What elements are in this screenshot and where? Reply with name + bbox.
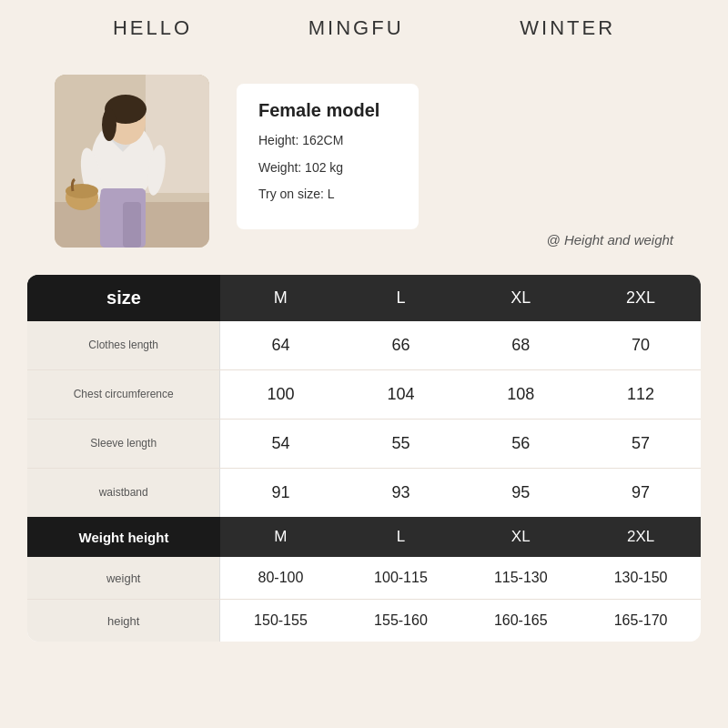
header: HELLO MINGFU WINTER: [0, 0, 728, 56]
size-row-value: 97: [581, 469, 701, 518]
model-section: Female model Height: 162CM Weight: 102 k…: [0, 56, 728, 266]
wh-header-m: M: [220, 517, 341, 557]
wh-row-label: height: [27, 600, 220, 642]
size-row: Chest circumference100104108112: [27, 370, 701, 420]
model-height: Height: 162CM: [258, 132, 397, 150]
wh-row-value: 165-170: [581, 600, 701, 642]
model-title: Female model: [258, 100, 397, 121]
size-table-header: size M L XL 2XL: [27, 275, 701, 321]
header-word-hello: HELLO: [113, 16, 192, 40]
size-table: size M L XL 2XL Clothes length64666870Ch…: [27, 275, 701, 642]
size-row: Clothes length64666870: [27, 321, 701, 370]
size-label-cell: size: [27, 275, 220, 321]
size-row: waistband91939597: [27, 469, 701, 518]
model-info-box: Female model Height: 162CM Weight: 102 k…: [237, 84, 419, 229]
size-row: Sleeve length54555657: [27, 420, 701, 469]
wh-row-value: 100-115: [341, 557, 461, 600]
size-row-value: 112: [581, 370, 701, 420]
size-row-value: 68: [460, 321, 581, 370]
wh-row-value: 160-165: [460, 600, 581, 642]
weight-height-label-cell: Weight height: [27, 517, 220, 557]
size-row-value: 57: [581, 420, 701, 469]
size-row-value: 70: [581, 321, 701, 370]
wh-row-value: 150-155: [220, 600, 341, 642]
weight-height-header: Weight height M L XL 2XL: [27, 517, 701, 557]
size-header-m: M: [220, 275, 341, 321]
header-word-mingfu: MINGFU: [308, 16, 404, 40]
wh-row-value: 115-130: [460, 557, 581, 600]
wh-row: height150-155155-160160-165165-170: [27, 600, 701, 642]
model-photo: [55, 75, 209, 248]
size-row-value: 93: [341, 469, 461, 518]
size-row-label: Chest circumference: [27, 370, 220, 420]
wh-row-value: 80-100: [220, 557, 341, 600]
size-row-value: 95: [460, 469, 581, 518]
wh-header-2xl: 2XL: [581, 517, 701, 557]
size-row-value: 56: [460, 420, 581, 469]
wh-header-xl: XL: [460, 517, 581, 557]
svg-point-14: [66, 184, 98, 198]
height-weight-tag: @ Height and weight: [547, 232, 673, 248]
size-row-value: 54: [220, 420, 341, 469]
model-weight: Weight: 102 kg: [258, 159, 397, 177]
model-tryon: Try on size: L: [258, 186, 397, 204]
size-header-2xl: 2XL: [581, 275, 701, 321]
wh-header-l: L: [341, 517, 461, 557]
size-row-value: 91: [220, 469, 341, 518]
wh-row-value: 130-150: [581, 557, 701, 600]
wh-row-value: 155-160: [341, 600, 461, 642]
size-row-label: waistband: [27, 469, 220, 518]
size-row-value: 104: [341, 370, 461, 420]
wh-row: weight80-100100-115115-130130-150: [27, 557, 701, 600]
size-row-value: 108: [460, 370, 581, 420]
header-word-winter: WINTER: [520, 16, 615, 40]
size-header-xl: XL: [460, 275, 581, 321]
size-row-value: 64: [220, 321, 341, 370]
svg-rect-7: [102, 202, 120, 248]
size-row-value: 66: [341, 321, 461, 370]
size-header-l: L: [341, 275, 461, 321]
size-row-label: Sleeve length: [27, 420, 220, 469]
svg-point-11: [102, 108, 116, 141]
wh-row-label: weight: [27, 557, 220, 600]
svg-rect-8: [123, 202, 141, 248]
size-row-label: Clothes length: [27, 321, 220, 370]
size-row-value: 55: [341, 420, 461, 469]
size-table-container: size M L XL 2XL Clothes length64666870Ch…: [27, 275, 701, 642]
size-row-value: 100: [220, 370, 341, 420]
